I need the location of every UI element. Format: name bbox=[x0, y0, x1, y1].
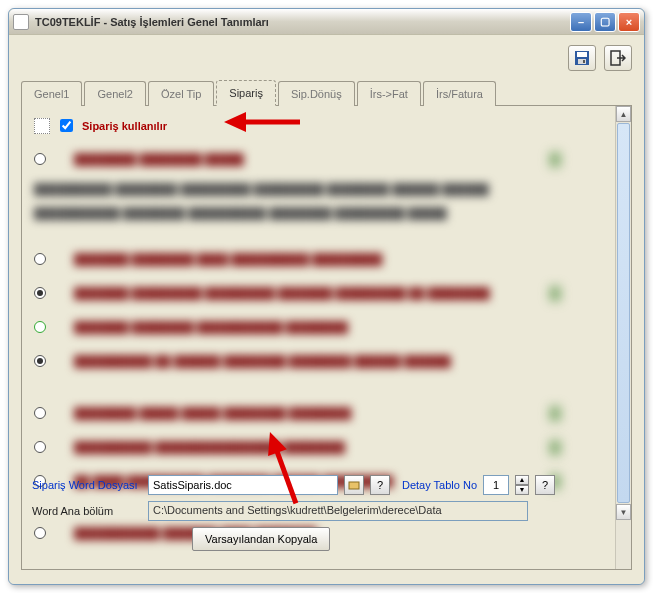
tab-irs-fat[interactable]: İrs->Fat bbox=[357, 81, 421, 106]
blurred-status: █ bbox=[551, 441, 559, 453]
blurred-option: ███████ ████████ ████ ██████████ ███████… bbox=[74, 249, 382, 269]
tab-genel2[interactable]: Genel2 bbox=[84, 81, 145, 106]
siparis-kullanilir-row: Sipariş kullanılır bbox=[34, 116, 619, 135]
scroll-down-button[interactable]: ▼ bbox=[616, 504, 631, 520]
word-dosyasi-input[interactable] bbox=[148, 475, 338, 495]
blurred-status: █ bbox=[551, 287, 559, 299]
blurred-text: ██████████ ████████ █████████ █████████ … bbox=[34, 179, 619, 199]
page-icon bbox=[34, 118, 50, 134]
help-button-1[interactable]: ? bbox=[370, 475, 390, 495]
blurred-option: ███████ ████████ ███████████ ████████ bbox=[74, 317, 348, 337]
window-title: TC09TEKLİF - Satış İşlemleri Genel Tanım… bbox=[35, 16, 568, 28]
tab-strip: Genel1 Genel2 Özel Tip Sipariş Sip.Dönüş… bbox=[21, 79, 632, 106]
tab-panel-siparis: Sipariş kullanılır ████████ ████████ ███… bbox=[21, 106, 632, 570]
spin-down-icon[interactable]: ▼ bbox=[515, 485, 529, 495]
blurred-option: ████████ █████ █████ ████████ ████████ bbox=[74, 403, 351, 423]
save-icon bbox=[574, 50, 590, 66]
scroll-up-button[interactable]: ▲ bbox=[616, 106, 631, 122]
save-button[interactable] bbox=[568, 45, 596, 71]
varsayilandan-kopyala-button[interactable]: Varsayılandan Kopyala bbox=[192, 527, 330, 551]
toolbar bbox=[21, 45, 632, 71]
option-radio[interactable] bbox=[34, 441, 46, 453]
app-icon bbox=[13, 14, 29, 30]
siparis-kullanilir-checkbox[interactable] bbox=[60, 119, 73, 132]
tab-irs-fatura[interactable]: İrs/Fatura bbox=[423, 81, 496, 106]
tab-genel1[interactable]: Genel1 bbox=[21, 81, 82, 106]
tab-sip-donus[interactable]: Sip.Dönüş bbox=[278, 81, 355, 106]
detay-tablo-input[interactable] bbox=[483, 475, 509, 495]
scroll-thumb[interactable] bbox=[617, 123, 630, 503]
bottom-fields: Sipariş Word Dosyası ? Detay Tablo No ▲▼… bbox=[32, 475, 621, 557]
close-button[interactable]: × bbox=[618, 12, 640, 32]
svg-rect-5 bbox=[349, 482, 359, 489]
ana-bolum-label: Word Ana bölüm bbox=[32, 505, 142, 517]
blurred-status: █ bbox=[551, 407, 559, 419]
vertical-scrollbar[interactable]: ▲ ▼ bbox=[615, 106, 631, 569]
annotation-arrow-1 bbox=[222, 110, 302, 136]
detay-spinner[interactable]: ▲▼ bbox=[515, 475, 529, 495]
help-button-2[interactable]: ? bbox=[535, 475, 555, 495]
option-radio[interactable] bbox=[34, 153, 46, 165]
svg-rect-1 bbox=[577, 52, 587, 57]
exit-button[interactable] bbox=[604, 45, 632, 71]
option-radio[interactable] bbox=[34, 253, 46, 265]
blurred-option: ████████ ████████ █████ bbox=[74, 149, 244, 169]
tab-ozel-tip[interactable]: Özel Tip bbox=[148, 81, 214, 106]
minimize-button[interactable]: – bbox=[570, 12, 592, 32]
blurred-option: ██████████ ██ ██████ ████████ ████████ █… bbox=[74, 351, 451, 371]
blurred-text: ███████████ ████████ ██████████ ████████… bbox=[34, 203, 619, 223]
option-radio[interactable] bbox=[34, 287, 46, 299]
tab-siparis[interactable]: Sipariş bbox=[216, 80, 276, 106]
maximize-button[interactable]: ▢ bbox=[594, 12, 616, 32]
browse-button[interactable] bbox=[344, 475, 364, 495]
blurred-status: █ bbox=[551, 153, 559, 165]
siparis-kullanilir-label: Sipariş kullanılır bbox=[82, 120, 167, 132]
svg-rect-3 bbox=[583, 60, 585, 63]
exit-icon bbox=[610, 50, 626, 66]
blurred-option: ██████████ ████████████████ ████████ bbox=[74, 437, 345, 457]
app-window: TC09TEKLİF - Satış İşlemleri Genel Tanım… bbox=[8, 8, 645, 585]
option-radio[interactable] bbox=[34, 407, 46, 419]
content-area: Genel1 Genel2 Özel Tip Sipariş Sip.Dönüş… bbox=[9, 35, 644, 584]
blurred-option: ███████ █████████ █████████ ███████ ████… bbox=[74, 283, 490, 303]
option-radio[interactable] bbox=[34, 321, 46, 333]
detay-tablo-label: Detay Tablo No bbox=[402, 479, 477, 491]
option-radio[interactable] bbox=[34, 355, 46, 367]
word-dosyasi-label: Sipariş Word Dosyası bbox=[32, 479, 142, 491]
spin-up-icon[interactable]: ▲ bbox=[515, 475, 529, 485]
titlebar: TC09TEKLİF - Satış İşlemleri Genel Tanım… bbox=[9, 9, 644, 35]
ana-bolum-path: C:\Documents and Settings\kudrett\Belgel… bbox=[148, 501, 528, 521]
folder-icon bbox=[348, 479, 360, 491]
